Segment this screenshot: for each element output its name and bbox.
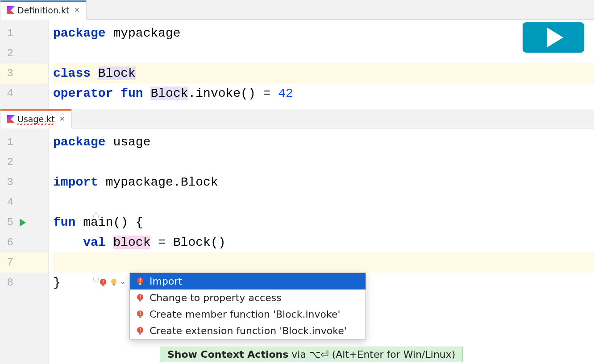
code-line: operator fun Block.invoke() = 42: [53, 83, 594, 103]
line-number: 6: [0, 232, 48, 252]
line-number: 4: [0, 83, 48, 103]
error-bulb-icon: !: [135, 277, 145, 286]
quick-fix-label: Create member function 'Block.invoke': [150, 309, 341, 320]
quick-fix-change-property[interactable]: ! Change to property access: [130, 290, 366, 306]
error-bulb-icon[interactable]: !: [98, 278, 108, 288]
error-bulb-icon: !: [135, 326, 145, 336]
quick-fix-label: Import: [150, 276, 182, 287]
line-number: 4: [0, 192, 48, 212]
quick-fix-popup: ! Import ! Change to property access ! C…: [129, 273, 366, 339]
code-line-error: ! block(): [53, 252, 594, 273]
svg-rect-10: [112, 284, 115, 285]
svg-marker-5: [7, 119, 15, 123]
quick-fix-create-extension[interactable]: ! Create extension function 'Block.invok…: [130, 323, 366, 339]
kotlin-file-icon: [7, 6, 15, 14]
svg-marker-2: [7, 10, 15, 14]
line-number: 1: [0, 23, 48, 43]
tab-usage-label: Usage.kt: [17, 114, 55, 124]
error-bulb-icon: !: [135, 310, 145, 319]
code-line: [53, 43, 594, 63]
code-line: import mypackage.Block: [53, 172, 594, 192]
quick-fix-label: Create extension function 'Block.invoke': [150, 325, 347, 336]
tab-definition-label: Definition.kt: [17, 5, 70, 15]
code-line: val block = Block(): [53, 232, 594, 252]
svg-text:!: !: [102, 280, 104, 285]
quick-fix-create-member[interactable]: ! Create member function 'Block.invoke': [130, 306, 366, 323]
svg-text:!: !: [139, 311, 141, 316]
close-icon[interactable]: ✕: [58, 115, 65, 123]
kotlin-file-icon: [7, 115, 15, 123]
run-gutter-icon[interactable]: [20, 219, 26, 227]
code-area-definition[interactable]: package mypackage class Block operator f…: [49, 20, 594, 109]
play-icon: [547, 28, 563, 47]
code-line: package mypackage: [53, 23, 594, 43]
play-button[interactable]: [523, 22, 584, 53]
code-line: [53, 192, 594, 212]
editor-definition[interactable]: 1 2 3 4 package mypackage class Block op…: [0, 20, 594, 109]
chevron-down-icon[interactable]: [119, 278, 127, 288]
tab-definition[interactable]: Definition.kt ✕: [0, 0, 87, 20]
line-number: 2: [0, 152, 48, 172]
line-number-run[interactable]: 5: [0, 212, 48, 232]
context-actions-hint: Show Context Actions via ⌥⏎ (Alt+Enter f…: [160, 347, 463, 362]
gutter-definition: 1 2 3 4: [0, 20, 49, 109]
hint-action-name: Show Context Actions: [167, 349, 288, 360]
line-number: 3: [0, 172, 48, 192]
tab-bar-usage: Usage.kt ✕: [0, 109, 594, 128]
svg-point-9: [111, 279, 116, 284]
line-number: 8: [0, 273, 48, 293]
svg-rect-21: [139, 333, 141, 335]
svg-rect-15: [139, 300, 141, 302]
svg-rect-7: [102, 285, 104, 286]
quick-fix-label: Change to property access: [150, 292, 282, 303]
svg-text:!: !: [139, 278, 141, 283]
svg-text:!: !: [139, 327, 141, 332]
error-bulb-icon: !: [135, 293, 145, 303]
svg-rect-12: [139, 283, 141, 285]
fold-start-icon[interactable]: [93, 213, 99, 218]
svg-rect-18: [139, 316, 141, 318]
hint-shortcut: via ⌥⏎ (Alt+Enter for Win/Linux): [288, 349, 455, 360]
close-icon[interactable]: ✕: [72, 6, 80, 14]
intention-bulb-icon[interactable]: [110, 278, 127, 288]
gutter-usage: 1 2 3 4 5 6 7 8: [0, 128, 49, 364]
tab-bar-definition: Definition.kt ✕: [0, 0, 594, 20]
code-line: [53, 152, 594, 172]
code-line: fun main() {: [53, 212, 594, 232]
line-number: 3: [0, 63, 48, 83]
line-number: 7: [0, 252, 48, 273]
code-line: package usage: [53, 132, 594, 152]
tab-usage[interactable]: Usage.kt ✕: [0, 109, 72, 128]
svg-text:!: !: [139, 294, 141, 299]
quick-fix-import[interactable]: ! Import: [130, 273, 366, 290]
code-line: class Block: [53, 63, 594, 83]
line-number: 2: [0, 43, 48, 63]
line-number: 1: [0, 132, 48, 152]
